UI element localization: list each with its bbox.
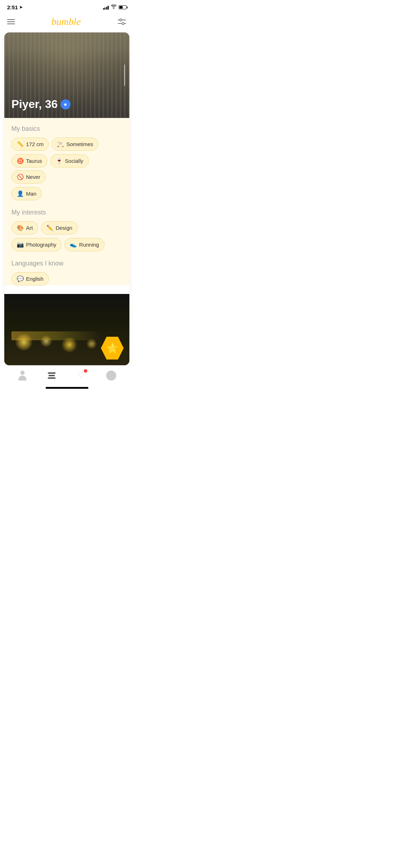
photography-icon: 📷 [17,241,24,248]
smoking-tag: 🚬 Sometimes [52,138,98,151]
drinking-tag: 🍷 Socially [50,154,89,167]
scroll-indicator [124,64,125,86]
gender-tag: 👤 Man [11,187,42,200]
likes-badge [84,369,87,373]
height-icon: 📏 [17,141,24,148]
profile-photo-1[interactable]: Piyer, 36 ★ [4,32,129,118]
app-header: bumble [0,12,134,32]
zodiac-tag: ♉ Taurus [11,154,47,167]
language-icon: 💬 [17,275,24,282]
running-icon: 👟 [70,241,77,248]
filter-button[interactable] [117,17,127,26]
design-icon: ✏️ [46,224,53,231]
profile-card: Piyer, 36 ★ My basics 📏 172 cm 🚬 Sometim… [4,32,129,365]
basics-title: My basics [11,125,122,133]
profile-photo-2[interactable]: ⭐ [4,294,129,365]
basics-tags-2: ♉ Taurus 🍷 Socially 🚫 Never [11,154,122,184]
chat-nav-icon [106,371,116,381]
language-tags: 💬 English [11,272,122,285]
running-tag: 👟 Running [65,238,104,251]
nav-profile[interactable] [17,371,27,381]
likes-nav-icon: ♡ [76,371,86,381]
smoking-icon: 🚬 [57,141,64,148]
verified-badge: ★ [61,99,71,109]
profile-name: Piyer, 36 [11,98,58,111]
nav-likes[interactable]: ♡ [76,371,86,381]
basics-tags: 📏 172 cm 🚬 Sometimes [11,138,122,151]
nav-chat[interactable] [106,371,116,381]
bottom-navigation: ♡ [0,365,134,384]
drugs-tag: 🚫 Never [11,170,46,184]
battery-icon [119,5,127,9]
location-icon: ➤ [19,5,22,10]
signal-icon [103,5,109,10]
nav-swipe[interactable] [48,371,56,381]
home-indicator [0,384,134,390]
profile-nav-icon [17,371,27,381]
gender-icon: 👤 [17,190,24,197]
height-tag: 📏 172 cm [11,138,49,151]
menu-button[interactable] [7,19,15,24]
interests-section: My interests 🎨 Art ✏️ Design 📷 Photograp… [11,209,122,251]
photography-tag: 📷 Photography [11,238,62,251]
status-time: 2:51 ➤ [7,4,22,10]
status-icons [103,5,127,10]
languages-section: Languages I know 💬 English [11,260,122,285]
design-tag: ✏️ Design [41,221,78,234]
profile-info: My basics 📏 172 cm 🚬 Sometimes ♉ Taurus … [4,118,129,285]
zodiac-icon: ♉ [17,157,24,164]
art-tag: 🎨 Art [11,221,38,234]
interests-tags-2: 📷 Photography 👟 Running [11,238,122,251]
drinking-icon: 🍷 [56,157,63,164]
art-icon: 🎨 [17,224,24,231]
wifi-icon [111,5,117,10]
english-tag: 💬 English [11,272,49,285]
languages-title: Languages I know [11,260,122,267]
home-bar [46,387,88,389]
profile-name-overlay: Piyer, 36 ★ [11,98,71,111]
swipe-nav-icon [48,371,56,381]
interests-tags-1: 🎨 Art ✏️ Design [11,221,122,234]
app-logo: bumble [51,16,81,27]
time-display: 2:51 [7,4,18,10]
basics-section: My basics 📏 172 cm 🚬 Sometimes ♉ Taurus … [11,125,122,200]
basics-tags-3: 👤 Man [11,187,122,200]
status-bar: 2:51 ➤ [0,0,134,12]
interests-title: My interests [11,209,122,216]
drugs-icon: 🚫 [17,174,24,180]
